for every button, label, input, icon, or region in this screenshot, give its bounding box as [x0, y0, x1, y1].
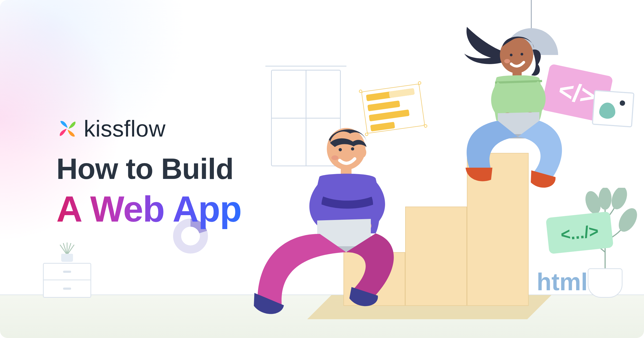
picture-frame-illustration	[592, 90, 635, 127]
dresser-illustration	[43, 243, 91, 298]
person-woman-illustration	[451, 19, 590, 190]
svg-point-4	[599, 188, 612, 210]
svg-point-15	[339, 148, 342, 151]
svg-point-17	[331, 155, 338, 160]
heading-line-1: How to Build	[56, 152, 241, 186]
code-tag-green: <.../>	[546, 211, 614, 254]
svg-point-3	[609, 188, 630, 211]
hero-card: </> <.../> html kissflow How to Build A …	[0, 0, 644, 338]
svg-point-9	[504, 59, 510, 63]
kissflow-logo-icon	[56, 117, 79, 140]
svg-point-18	[358, 147, 366, 158]
brand-name: kissflow	[84, 115, 166, 142]
html-label: html	[537, 268, 588, 296]
headline-block: kissflow How to Build A Web App	[56, 115, 241, 230]
svg-point-7	[510, 54, 513, 56]
person-man-illustration	[250, 118, 421, 322]
brand-logo: kissflow	[56, 115, 241, 142]
svg-point-1	[615, 205, 639, 235]
svg-point-16	[351, 147, 354, 150]
svg-point-8	[521, 53, 523, 56]
heading-line-2: A Web App	[56, 188, 241, 230]
code-tag-green-text: <.../>	[560, 221, 599, 244]
